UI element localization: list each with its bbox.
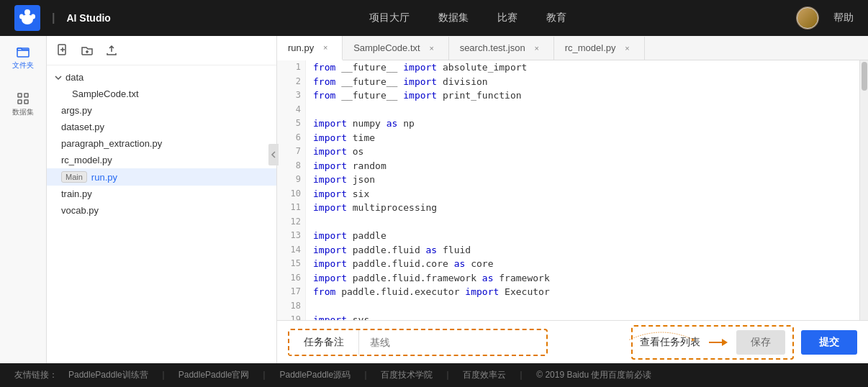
tab-bar: run.py × SampleCode.txt × search.test.js… bbox=[277, 36, 868, 60]
sidebar: 文件夹 数据集 bbox=[0, 36, 47, 363]
tab-rcmodel-close[interactable]: × bbox=[622, 42, 633, 54]
tab-runpy[interactable]: run.py × bbox=[277, 36, 343, 60]
samplecode-file-item[interactable]: SampleCode.txt bbox=[47, 86, 276, 102]
footer-link-3[interactable]: 百度技术学院 bbox=[381, 369, 433, 381]
main-badge: Main bbox=[61, 171, 87, 183]
footer: 友情链接： PaddlePaddle训练营 ｜ PaddlePaddle官网 ｜… bbox=[0, 363, 868, 387]
samplecode-label: SampleCode.txt bbox=[72, 88, 139, 99]
file-tree: data SampleCode.txt args.py dataset.py p… bbox=[47, 65, 276, 363]
code-editor[interactable]: 1234 5678 9101112 13141516 17181920 2122… bbox=[277, 60, 868, 320]
args-label: args.py bbox=[61, 105, 92, 116]
file-panel: data SampleCode.txt args.py dataset.py p… bbox=[47, 36, 277, 363]
svg-marker-11 bbox=[722, 339, 728, 346]
svg-rect-8 bbox=[24, 100, 28, 104]
code-container: 1234 5678 9101112 13141516 17181920 2122… bbox=[277, 60, 868, 320]
dataset-label: dataset.py bbox=[61, 122, 104, 132]
avatar-image bbox=[797, 7, 818, 29]
menu-datasets[interactable]: 数据集 bbox=[438, 12, 469, 24]
folder-icon bbox=[16, 45, 30, 59]
tab-rcmodel[interactable]: rc_model.py × bbox=[554, 37, 645, 60]
new-folder-icon bbox=[81, 44, 94, 57]
upload-icon bbox=[105, 44, 118, 57]
dataset-file-item[interactable]: dataset.py bbox=[47, 119, 276, 135]
baseline-input[interactable] bbox=[359, 331, 546, 354]
annotation-arrow-svg bbox=[627, 317, 696, 353]
svg-rect-5 bbox=[18, 94, 22, 97]
scrollbar-thumb bbox=[862, 62, 867, 91]
main-area: 文件夹 数据集 bbox=[0, 36, 868, 363]
paragraph-file-item[interactable]: paragraph_extraction.py bbox=[47, 135, 276, 152]
baidu-icon bbox=[17, 8, 37, 28]
svg-rect-6 bbox=[24, 94, 28, 97]
tab-runpy-label: run.py bbox=[288, 42, 314, 53]
svg-marker-10 bbox=[692, 338, 695, 341]
sidebar-item-datasets[interactable]: 数据集 bbox=[9, 90, 37, 119]
tab-samplecode[interactable]: SampleCode.txt × bbox=[343, 37, 449, 60]
sidebar-item-files[interactable]: 文件夹 bbox=[9, 43, 37, 72]
footer-link-1[interactable]: PaddlePaddle官网 bbox=[178, 369, 250, 381]
footer-link-2[interactable]: PaddlePaddle源码 bbox=[279, 369, 351, 381]
collapse-panel-button[interactable] bbox=[268, 144, 279, 165]
submit-button[interactable]: 提交 bbox=[801, 330, 857, 355]
save-button[interactable]: 保存 bbox=[736, 330, 785, 355]
file-toolbar bbox=[47, 36, 276, 65]
brand-label: AI Studio bbox=[66, 12, 110, 24]
main-menu: 项目大厅 数据集 比赛 教育 bbox=[140, 12, 796, 24]
arrow-right-icon bbox=[707, 335, 729, 350]
bottom-bar: 任务备注 查看任务列表 保存 提交 bbox=[277, 320, 868, 363]
top-navigation: | AI Studio 项目大厅 数据集 比赛 教育 帮助 bbox=[0, 0, 868, 36]
trainpy-label: train.py bbox=[61, 188, 92, 199]
runpy-file-item[interactable]: Main run.py bbox=[47, 168, 276, 186]
trainpy-file-item[interactable]: train.py bbox=[47, 186, 276, 202]
rcmodel-file-item[interactable]: rc_model.py bbox=[47, 152, 276, 168]
menu-competition[interactable]: 比赛 bbox=[497, 12, 517, 24]
tab-searchjson-label: search.test.json bbox=[460, 42, 525, 53]
new-file-icon bbox=[56, 44, 69, 57]
baidu-logo bbox=[14, 5, 40, 31]
avatar[interactable] bbox=[796, 6, 819, 29]
vocabpy-label: vocab.py bbox=[61, 205, 99, 216]
line-numbers: 1234 5678 9101112 13141516 17181920 2122… bbox=[277, 60, 306, 320]
chevron-left-icon bbox=[271, 150, 276, 159]
nav-right: 帮助 bbox=[796, 6, 854, 29]
footer-link-4[interactable]: 百度效率云 bbox=[463, 369, 506, 381]
runpy-label: run.py bbox=[91, 172, 117, 183]
tab-searchjson[interactable]: search.test.json × bbox=[449, 37, 554, 60]
footer-link-0[interactable]: PaddlePaddle训练营 bbox=[68, 369, 148, 381]
task-input-area: 任务备注 bbox=[288, 329, 548, 356]
editor-area: run.py × SampleCode.txt × search.test.js… bbox=[277, 36, 868, 363]
tab-samplecode-close[interactable]: × bbox=[426, 42, 438, 54]
upload-button[interactable] bbox=[103, 42, 120, 59]
vocabpy-file-item[interactable]: vocab.py bbox=[47, 202, 276, 219]
datasets-icon bbox=[16, 91, 30, 106]
rcmodel-label: rc_model.py bbox=[61, 155, 112, 165]
sidebar-label-datasets: 数据集 bbox=[12, 107, 34, 117]
svg-point-3 bbox=[24, 9, 30, 15]
vertical-scrollbar[interactable] bbox=[859, 60, 868, 320]
tab-samplecode-label: SampleCode.txt bbox=[353, 42, 420, 53]
task-notes-tab[interactable]: 任务备注 bbox=[289, 330, 359, 355]
data-folder[interactable]: data bbox=[47, 69, 276, 86]
footer-prefix: 友情链接： bbox=[14, 369, 58, 381]
svg-rect-7 bbox=[18, 100, 22, 104]
chevron-down-icon bbox=[54, 73, 63, 82]
help-link[interactable]: 帮助 bbox=[833, 12, 854, 24]
data-folder-label: data bbox=[65, 72, 83, 83]
tab-runpy-close[interactable]: × bbox=[320, 42, 331, 53]
new-folder-button[interactable] bbox=[78, 42, 96, 59]
logo-area: | AI Studio bbox=[14, 5, 111, 31]
code-lines: from __future__ import absolute_import f… bbox=[306, 60, 859, 320]
menu-projects[interactable]: 项目大厅 bbox=[369, 12, 410, 24]
svg-point-1 bbox=[19, 14, 24, 19]
sidebar-label-files: 文件夹 bbox=[12, 60, 34, 70]
footer-copyright: © 2019 Baidu 使用百度前必读 bbox=[536, 369, 651, 381]
tab-rcmodel-label: rc_model.py bbox=[565, 42, 616, 53]
tab-searchjson-close[interactable]: × bbox=[531, 42, 543, 54]
menu-education[interactable]: 教育 bbox=[546, 12, 566, 24]
args-file-item[interactable]: args.py bbox=[47, 102, 276, 119]
paragraph-label: paragraph_extraction.py bbox=[61, 138, 162, 149]
new-file-button[interactable] bbox=[54, 42, 71, 59]
svg-point-2 bbox=[31, 14, 35, 19]
